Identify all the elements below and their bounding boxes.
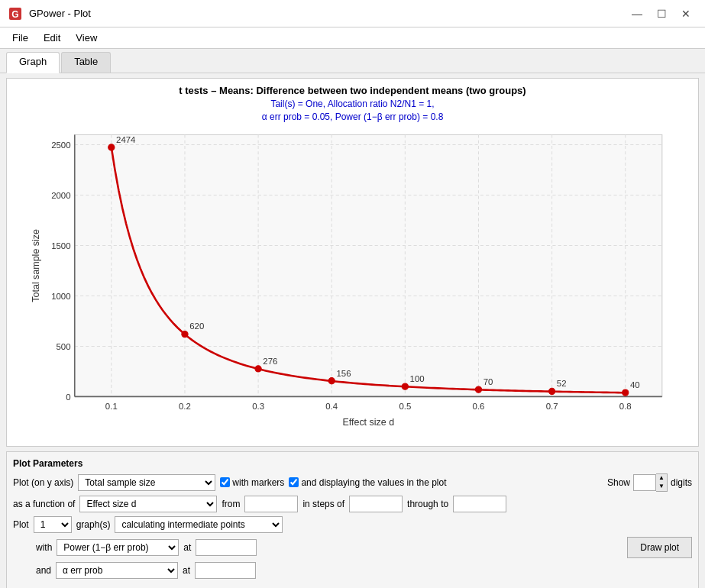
svg-text:500: 500 bbox=[56, 341, 70, 351]
digits-spinbox: 0 ▲ ▼ bbox=[633, 473, 668, 492]
graph-title: t tests – Means: Difference between two … bbox=[13, 85, 692, 96]
svg-point-45 bbox=[548, 388, 555, 394]
params-row-2: as a function of Effect size d from 0.1 … bbox=[13, 496, 692, 512]
svg-text:0.5: 0.5 bbox=[399, 402, 411, 411]
app-icon: G bbox=[8, 6, 23, 21]
svg-text:Effect size d: Effect size d bbox=[342, 416, 394, 427]
through-to-input[interactable]: 0.8 bbox=[453, 496, 506, 512]
svg-text:0.2: 0.2 bbox=[179, 402, 191, 411]
as-function-of-select[interactable]: Effect size d bbox=[79, 496, 217, 512]
svg-text:276: 276 bbox=[263, 356, 277, 365]
svg-point-39 bbox=[328, 377, 335, 383]
with-markers-checkbox-label: with markers bbox=[220, 477, 284, 488]
from-input[interactable]: 0.1 bbox=[244, 496, 298, 512]
show-digits-area: Show 0 ▲ ▼ digits bbox=[607, 473, 692, 492]
at-label-1: at bbox=[183, 542, 191, 553]
params-row-3: Plot 1 graph(s) calculating intermediate… bbox=[13, 516, 692, 533]
chart-area: 050010001500200025000.10.20.30.40.50.60.… bbox=[17, 127, 688, 428]
svg-text:G: G bbox=[11, 9, 18, 20]
maximize-button[interactable]: ☐ bbox=[650, 5, 673, 23]
svg-point-47 bbox=[623, 389, 629, 396]
with-label: with bbox=[36, 542, 52, 553]
minimize-button[interactable]: — bbox=[626, 5, 648, 23]
graph-container: t tests – Means: Difference between two … bbox=[6, 78, 699, 447]
and-label: and bbox=[36, 565, 51, 576]
svg-point-35 bbox=[182, 331, 188, 337]
params-row-4: with Power (1−β err prob) at 0.8 Draw pl… bbox=[13, 537, 692, 558]
title-bar: G GPower - Plot — ☐ ✕ bbox=[0, 0, 705, 27]
svg-text:0.1: 0.1 bbox=[105, 402, 118, 411]
alpha-value-input[interactable]: 0.05 bbox=[195, 562, 256, 579]
spinbox-buttons: ▲ ▼ bbox=[656, 473, 668, 492]
window-title: GPower - Plot bbox=[29, 8, 626, 19]
as-function-of-label: as a function of bbox=[13, 499, 75, 509]
svg-text:0.7: 0.7 bbox=[546, 402, 558, 411]
svg-text:0.3: 0.3 bbox=[252, 402, 264, 411]
spin-up-button[interactable]: ▲ bbox=[656, 474, 667, 483]
calc-intermediate-select[interactable]: calculating intermediate points bbox=[115, 516, 283, 533]
menu-bar: File Edit View bbox=[0, 27, 705, 49]
plot-y-axis-label: Plot (on y axis) bbox=[13, 477, 73, 488]
menu-file[interactable]: File bbox=[5, 30, 36, 46]
displaying-values-checkbox-label: and displaying the values in the plot bbox=[289, 477, 446, 488]
digits-label: digits bbox=[671, 477, 692, 488]
svg-point-41 bbox=[402, 383, 408, 389]
svg-text:2000: 2000 bbox=[51, 190, 70, 199]
svg-text:0.8: 0.8 bbox=[619, 402, 632, 411]
svg-text:100: 100 bbox=[410, 374, 425, 383]
spin-down-button[interactable]: ▼ bbox=[656, 483, 667, 491]
digits-input[interactable]: 0 bbox=[633, 474, 656, 491]
main-content: t tests – Means: Difference between two … bbox=[0, 73, 705, 588]
plot-num-select[interactable]: 1 bbox=[34, 516, 72, 533]
menu-edit[interactable]: Edit bbox=[36, 30, 68, 46]
at-label-2: at bbox=[183, 565, 190, 576]
svg-point-43 bbox=[475, 386, 481, 393]
svg-text:70: 70 bbox=[483, 376, 493, 386]
in-steps-of-label: in steps of bbox=[302, 499, 344, 509]
svg-text:2474: 2474 bbox=[116, 134, 136, 144]
alpha-select[interactable]: α err prob bbox=[56, 562, 178, 579]
through-to-label: through to bbox=[407, 499, 448, 509]
params-title: Plot Parameters bbox=[13, 458, 692, 469]
svg-text:1500: 1500 bbox=[51, 241, 70, 250]
svg-rect-2 bbox=[75, 134, 662, 396]
params-row-5: and α err prob at 0.05 bbox=[13, 562, 692, 579]
chart-svg: 050010001500200025000.10.20.30.40.50.60.… bbox=[17, 127, 688, 428]
tab-table[interactable]: Table bbox=[61, 52, 111, 73]
svg-point-33 bbox=[108, 144, 115, 150]
plot-y-axis-select[interactable]: Total sample size bbox=[78, 474, 215, 491]
svg-text:52: 52 bbox=[557, 379, 567, 388]
svg-text:0.4: 0.4 bbox=[325, 402, 338, 411]
show-label: Show bbox=[607, 477, 630, 488]
svg-text:1000: 1000 bbox=[51, 291, 70, 300]
in-steps-of-input[interactable]: 0.1 bbox=[349, 496, 403, 512]
with-markers-checkbox[interactable] bbox=[220, 477, 230, 487]
graphs-label: graph(s) bbox=[76, 519, 111, 530]
params-row-1: Plot (on y axis) Total sample size with … bbox=[13, 473, 692, 492]
svg-text:0.6: 0.6 bbox=[473, 402, 485, 411]
params-section: Plot Parameters Plot (on y axis) Total s… bbox=[6, 451, 699, 588]
svg-text:2500: 2500 bbox=[51, 140, 70, 149]
from-label: from bbox=[222, 499, 240, 509]
draw-plot-button[interactable]: Draw plot bbox=[627, 537, 692, 558]
tab-graph[interactable]: Graph bbox=[6, 52, 60, 73]
svg-text:620: 620 bbox=[189, 321, 204, 331]
svg-point-37 bbox=[255, 365, 261, 371]
menu-view[interactable]: View bbox=[68, 30, 105, 46]
svg-text:Total sample size: Total sample size bbox=[31, 229, 41, 302]
graph-subtitle: Tail(s) = One, Allocation ratio N2/N1 = … bbox=[13, 98, 692, 124]
plot-label: Plot bbox=[13, 519, 29, 530]
draw-plot-area: Draw plot bbox=[627, 537, 692, 558]
close-button[interactable]: ✕ bbox=[674, 5, 697, 23]
svg-text:156: 156 bbox=[336, 368, 351, 377]
window-controls: — ☐ ✕ bbox=[626, 5, 697, 23]
svg-text:0: 0 bbox=[66, 392, 70, 401]
tab-bar: Graph Table bbox=[0, 49, 705, 73]
power-select[interactable]: Power (1−β err prob) bbox=[57, 539, 179, 556]
svg-text:40: 40 bbox=[630, 380, 640, 389]
power-value-input[interactable]: 0.8 bbox=[196, 539, 257, 556]
displaying-values-checkbox[interactable] bbox=[289, 477, 299, 487]
